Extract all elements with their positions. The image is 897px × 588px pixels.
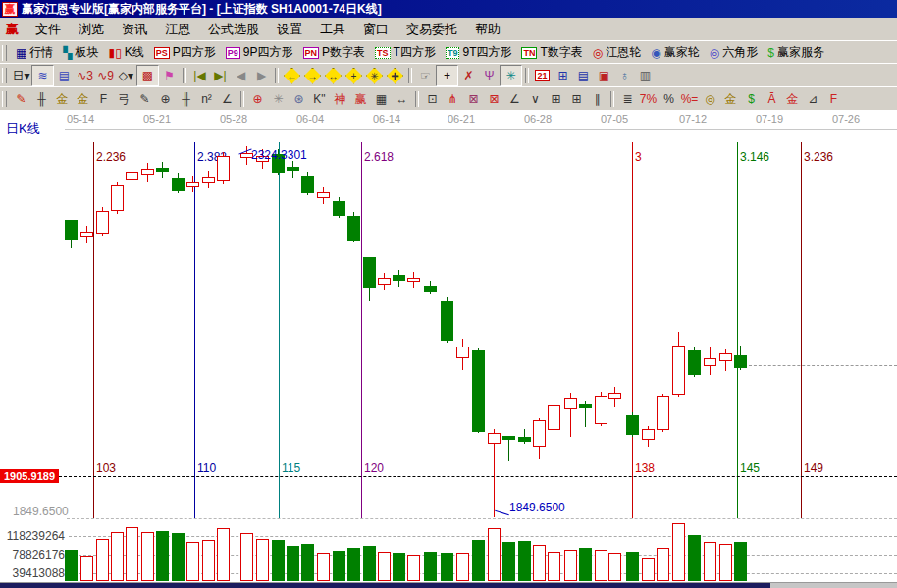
win-grid-tool[interactable]: 赢 xyxy=(350,89,371,109)
gann-star-button[interactable]: ✳ xyxy=(364,66,385,85)
gann-left-button[interactable]: ← xyxy=(282,66,302,85)
gold-grid2-tool[interactable]: 金 xyxy=(73,89,93,109)
gann-line-3.236[interactable] xyxy=(801,142,802,518)
scrollbar-thumb[interactable] xyxy=(0,583,770,588)
minor-wave-9-tool[interactable]: ∿9 xyxy=(95,66,116,85)
fan-box-tool[interactable]: ⊠ xyxy=(463,89,484,109)
p9-square-button[interactable]: P99P四方形 xyxy=(221,43,298,63)
gann-move-button[interactable]: ✚ xyxy=(385,66,405,85)
erase-tool[interactable]: ✗ xyxy=(458,66,479,85)
j-angle-tool[interactable]: ⊿ xyxy=(803,89,823,109)
toolbar-grip[interactable] xyxy=(2,91,7,107)
k-quote-tool[interactable]: K" xyxy=(309,89,330,109)
toolbar-grip[interactable] xyxy=(2,45,7,61)
pan-hand-tool[interactable]: ☞ xyxy=(415,66,436,85)
kline-button[interactable]: ▮▯K线 xyxy=(104,43,149,63)
grid-tool[interactable]: ╫ xyxy=(31,89,52,109)
gold-eq-tool[interactable]: 金 xyxy=(782,89,803,109)
angle-tool[interactable]: ∠ xyxy=(217,89,237,109)
crosshair-tool[interactable]: + xyxy=(436,65,458,86)
flag-tool[interactable]: ⚑ xyxy=(159,66,180,85)
print-button[interactable]: ▥ xyxy=(635,66,656,85)
minor-wave-3-tool[interactable]: ∿3 xyxy=(75,66,95,85)
menu-item-gann[interactable]: 江恩 xyxy=(156,19,199,40)
fan-box2-tool[interactable]: ⊠ xyxy=(484,89,504,109)
menu-item-help[interactable]: 帮助 xyxy=(466,19,509,40)
gann-circle-tool[interactable]: ⊕ xyxy=(247,89,268,109)
candle-style-dropdown[interactable]: 日▾ xyxy=(11,66,31,85)
gann-stretch-button[interactable]: ↔ xyxy=(323,66,343,85)
notepad-button[interactable]: ▤ xyxy=(573,66,594,85)
parallel-lines-tool[interactable]: ∥ xyxy=(587,89,607,109)
ruler-grid-tool[interactable]: ▦ xyxy=(371,89,392,109)
anchor-box-tool[interactable]: ⊡ xyxy=(422,89,443,109)
p-number-table-button[interactable]: PNP数字表 xyxy=(298,43,371,63)
gold-grid-tool[interactable]: 金 xyxy=(52,89,73,109)
fan-lines-tool[interactable]: ⋔ xyxy=(443,89,463,109)
brush-grid-tool[interactable]: ✎ xyxy=(134,89,155,109)
menu-item-trade-entrust[interactable]: 交易委托 xyxy=(397,19,466,40)
shen-grid-tool[interactable]: 神 xyxy=(330,89,350,109)
menu-item-file[interactable]: 文件 xyxy=(26,19,70,40)
gold-line-tool[interactable]: 金 xyxy=(720,89,741,109)
gann-shape-tool[interactable]: Ψ xyxy=(479,66,500,85)
next-page-button[interactable]: ▶ xyxy=(251,66,272,85)
t-square-button[interactable]: TST四方形 xyxy=(370,43,441,63)
gann-line-3[interactable] xyxy=(632,142,633,518)
dense-grid-tool[interactable]: ╫ xyxy=(176,89,196,109)
candle-width-dropdown[interactable]: ◇▾ xyxy=(116,66,136,85)
menu-item-news[interactable]: 资讯 xyxy=(113,19,156,40)
web-brain-tool[interactable]: ✳ xyxy=(500,65,522,86)
gann-line-115[interactable] xyxy=(279,142,280,518)
gann-right-button[interactable]: → xyxy=(302,66,323,85)
save-button[interactable]: ▣ xyxy=(594,66,614,85)
menu-item-browse[interactable]: 浏览 xyxy=(70,19,113,40)
f-edge-tool[interactable]: F xyxy=(823,89,844,109)
percent-tool[interactable]: % xyxy=(659,89,679,109)
toolbar-grip[interactable] xyxy=(2,68,7,83)
wave-pattern-tool[interactable]: ≋ xyxy=(31,65,54,86)
bow-grid-tool[interactable]: 弓 xyxy=(114,89,134,109)
winner-service-button[interactable]: $赢家服务 xyxy=(763,43,829,63)
gann-line-2.618[interactable] xyxy=(361,142,362,518)
f-grid-tool[interactable]: F xyxy=(93,89,114,109)
t-number-table-button[interactable]: TNT数字表 xyxy=(516,43,587,63)
brush-tool[interactable]: ✎ xyxy=(11,89,31,109)
calendar-21-button[interactable]: 21 xyxy=(532,66,553,85)
hexagon-button[interactable]: ◎六角形 xyxy=(705,43,763,63)
last-page-button[interactable]: ▶| xyxy=(210,66,231,85)
menu-item-formula-stock-pick[interactable]: 公式选股 xyxy=(199,19,268,40)
grid-box2-tool[interactable]: ⊞ xyxy=(566,89,587,109)
network-button[interactable]: ♁ xyxy=(614,66,635,85)
measure-list-tool[interactable]: ≣ xyxy=(617,89,638,109)
angle-lines-tool[interactable]: ∠ xyxy=(504,89,525,109)
n2-grid-tool[interactable]: n² xyxy=(196,89,217,109)
percent-eq-tool[interactable]: %= xyxy=(679,89,700,109)
prev-page-button[interactable]: ◀ xyxy=(231,66,251,85)
horizontal-scrollbar[interactable] xyxy=(0,582,897,588)
grid-box-tool[interactable]: ⊞ xyxy=(546,89,566,109)
circle-grid-tool[interactable]: ⊕ xyxy=(155,89,176,109)
gold-circle-tool[interactable]: ◎ xyxy=(700,89,720,109)
pattern-tool[interactable]: ▩ xyxy=(136,65,159,86)
calculator-button[interactable]: ⊞ xyxy=(553,66,573,85)
first-page-button[interactable]: |◀ xyxy=(189,66,210,85)
money-pen-tool[interactable]: $ xyxy=(741,89,762,109)
note-tool[interactable]: ▤ xyxy=(54,66,75,85)
gann-cross-button[interactable]: + xyxy=(343,66,364,85)
quotes-button[interactable]: ▦行情 xyxy=(11,43,58,63)
gann-line-2.382[interactable] xyxy=(194,142,195,518)
kline-chart-area[interactable]: 日K线 05-1405-2105-2806-0406-1406-2106-280… xyxy=(0,110,897,588)
gann-line-2.236[interactable] xyxy=(93,142,94,518)
winner-wheel-button[interactable]: ◉赢家轮 xyxy=(646,43,704,63)
menu-item-window[interactable]: 窗口 xyxy=(354,19,397,40)
percent7-tool[interactable]: 7% xyxy=(638,89,659,109)
gann-line-3.146[interactable] xyxy=(737,142,738,518)
menu-item-tools[interactable]: 工具 xyxy=(311,19,354,40)
avg-line-tool[interactable]: Ā xyxy=(762,89,782,109)
spiderweb-tool[interactable]: ⊛ xyxy=(289,89,309,109)
t9-square-button[interactable]: T99T四方形 xyxy=(441,43,517,63)
gann-wheel-tool[interactable]: ✳ xyxy=(268,89,289,109)
gann-wheel-button[interactable]: ◎江恩轮 xyxy=(588,43,646,63)
p-square-button[interactable]: PSP四方形 xyxy=(149,43,221,63)
